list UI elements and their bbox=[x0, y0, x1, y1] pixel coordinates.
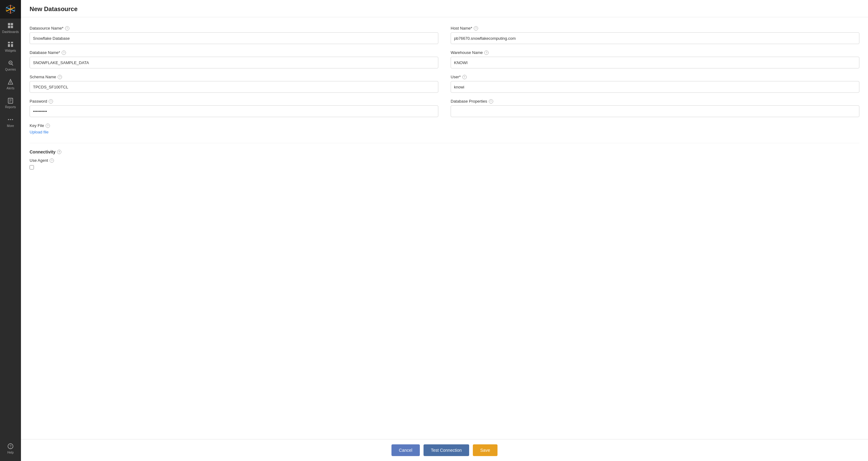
save-button[interactable]: Save bbox=[473, 444, 497, 456]
logo[interactable] bbox=[0, 0, 21, 19]
app-logo bbox=[5, 4, 16, 15]
svg-rect-8 bbox=[8, 42, 10, 43]
password-group: Password ? bbox=[30, 99, 438, 117]
datasource-name-input[interactable] bbox=[30, 32, 438, 44]
use-agent-checkbox[interactable] bbox=[30, 165, 34, 170]
database-name-group: Database Name* ? bbox=[30, 50, 438, 68]
reports-icon bbox=[7, 97, 14, 104]
key-file-label: Key File ? bbox=[30, 123, 438, 128]
form-row-3: Schema Name ? User* ? bbox=[30, 74, 859, 93]
main-content: New Datasource Datasource Name* ? Host N… bbox=[21, 0, 868, 461]
user-help-icon[interactable]: ? bbox=[462, 75, 467, 79]
sidebar-item-queries-label: Queries bbox=[5, 68, 16, 71]
schema-name-help-icon[interactable]: ? bbox=[58, 75, 62, 79]
svg-point-22 bbox=[8, 119, 9, 120]
more-icon bbox=[7, 116, 14, 123]
datasource-name-help-icon[interactable]: ? bbox=[65, 26, 69, 31]
svg-text:?: ? bbox=[9, 444, 12, 449]
schema-name-label: Schema Name ? bbox=[30, 74, 438, 79]
host-name-label: Host Name* ? bbox=[451, 26, 859, 31]
upload-file-link[interactable]: Upload file bbox=[30, 130, 438, 134]
sidebar-item-alerts[interactable]: Alerts bbox=[0, 75, 21, 94]
host-name-group: Host Name* ? bbox=[451, 26, 859, 44]
connectivity-title: Connectivity ? bbox=[30, 143, 859, 154]
database-name-input[interactable] bbox=[30, 57, 438, 68]
db-properties-group: Database Properties ? bbox=[451, 99, 859, 117]
sidebar-item-widgets[interactable]: Widgets bbox=[0, 37, 21, 56]
user-group: User* ? bbox=[451, 74, 859, 93]
alerts-icon bbox=[7, 79, 14, 85]
connectivity-help-icon[interactable]: ? bbox=[57, 150, 61, 154]
page-title: New Datasource bbox=[30, 5, 859, 12]
cancel-button[interactable]: Cancel bbox=[392, 444, 420, 456]
use-agent-help-icon[interactable]: ? bbox=[50, 158, 54, 163]
warehouse-name-group: Warehouse Name ? bbox=[451, 50, 859, 68]
svg-rect-10 bbox=[8, 44, 10, 47]
sidebar-item-queries[interactable]: Queries bbox=[0, 56, 21, 75]
warehouse-name-help-icon[interactable]: ? bbox=[484, 51, 489, 55]
help-icon: ? bbox=[7, 443, 14, 450]
schema-name-group: Schema Name ? bbox=[30, 74, 438, 93]
password-input[interactable] bbox=[30, 105, 438, 117]
database-name-label: Database Name* ? bbox=[30, 50, 438, 55]
db-properties-input[interactable] bbox=[451, 105, 859, 117]
sidebar-item-reports-label: Reports bbox=[5, 105, 16, 109]
password-help-icon[interactable]: ? bbox=[49, 99, 53, 103]
footer-bar: Cancel Test Connection Save bbox=[21, 439, 868, 461]
dashboards-icon bbox=[7, 22, 14, 29]
sidebar-item-reports[interactable]: Reports bbox=[0, 94, 21, 113]
widgets-icon bbox=[7, 41, 14, 48]
datasource-name-label: Datasource Name* ? bbox=[30, 26, 438, 31]
svg-rect-11 bbox=[11, 44, 13, 47]
form-row-1: Datasource Name* ? Host Name* ? bbox=[30, 26, 859, 44]
svg-point-17 bbox=[10, 83, 11, 84]
svg-point-23 bbox=[10, 119, 11, 120]
sidebar-item-help[interactable]: ? Help bbox=[0, 439, 21, 458]
warehouse-name-label: Warehouse Name ? bbox=[451, 50, 859, 55]
use-agent-checkbox-row bbox=[30, 165, 859, 170]
svg-rect-6 bbox=[8, 26, 10, 28]
sidebar: Dashboards Widgets Queries Alerts Report… bbox=[0, 0, 21, 461]
sidebar-item-widgets-label: Widgets bbox=[5, 49, 16, 52]
svg-rect-4 bbox=[8, 23, 10, 25]
sidebar-item-more[interactable]: More bbox=[0, 113, 21, 131]
form-row-2: Database Name* ? Warehouse Name ? bbox=[30, 50, 859, 68]
key-file-group: Key File ? Upload file bbox=[30, 123, 438, 134]
datasource-name-group: Datasource Name* ? bbox=[30, 26, 438, 44]
password-label: Password ? bbox=[30, 99, 438, 103]
form-area: Datasource Name* ? Host Name* ? Database… bbox=[21, 17, 868, 439]
page-header: New Datasource bbox=[21, 0, 868, 17]
use-agent-label-row: Use Agent ? bbox=[30, 158, 859, 163]
database-name-help-icon[interactable]: ? bbox=[62, 51, 66, 55]
host-name-help-icon[interactable]: ? bbox=[474, 26, 478, 31]
form-row-4: Password ? Database Properties ? bbox=[30, 99, 859, 117]
db-properties-label: Database Properties ? bbox=[451, 99, 859, 103]
sidebar-item-alerts-label: Alerts bbox=[6, 87, 14, 90]
connectivity-section: Connectivity ? Use Agent ? bbox=[30, 143, 859, 170]
user-label: User* ? bbox=[451, 74, 859, 79]
host-name-input[interactable] bbox=[451, 32, 859, 44]
test-connection-button[interactable]: Test Connection bbox=[424, 444, 469, 456]
db-properties-help-icon[interactable]: ? bbox=[489, 99, 493, 103]
key-file-help-icon[interactable]: ? bbox=[45, 124, 50, 128]
svg-rect-9 bbox=[11, 42, 13, 43]
sidebar-item-more-label: More bbox=[7, 124, 14, 128]
schema-name-input[interactable] bbox=[30, 81, 438, 93]
warehouse-name-input[interactable] bbox=[451, 57, 859, 68]
svg-rect-5 bbox=[11, 23, 13, 25]
svg-point-24 bbox=[12, 119, 13, 120]
sidebar-item-help-label: Help bbox=[7, 451, 14, 454]
user-input[interactable] bbox=[451, 81, 859, 93]
sidebar-item-dashboards-label: Dashboards bbox=[2, 30, 19, 34]
svg-rect-7 bbox=[11, 26, 13, 28]
svg-point-12 bbox=[9, 61, 12, 64]
queries-icon bbox=[7, 60, 14, 67]
sidebar-item-dashboards[interactable]: Dashboards bbox=[0, 19, 21, 37]
svg-line-13 bbox=[12, 64, 13, 66]
